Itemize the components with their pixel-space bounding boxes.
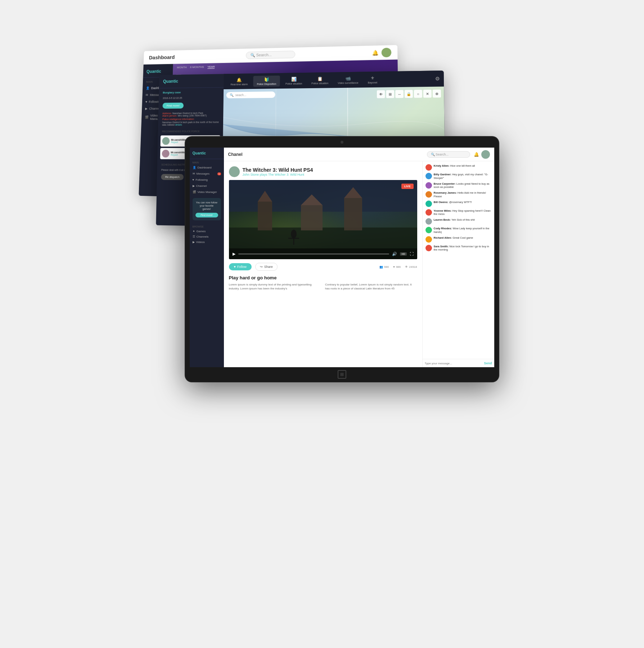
- vs-find-button[interactable]: Find more!: [162, 103, 184, 109]
- bell-icon[interactable]: 🔔: [372, 50, 378, 55]
- vs-brand: Quantic: [159, 74, 224, 88]
- video-player[interactable]: LIVE ▶ 🔊 HD ⛶: [229, 180, 417, 259]
- fullscreen-icon[interactable]: ⛶: [410, 252, 414, 256]
- video-manager-icon: 🎬: [193, 190, 196, 194]
- chat-avatar: [425, 191, 432, 198]
- user-avatar[interactable]: [381, 48, 391, 57]
- volume-icon[interactable]: 🔊: [392, 252, 397, 256]
- chat-message: Bruce Carpenter: Looks great Need to buy…: [425, 182, 491, 189]
- share-icon: ↪: [260, 265, 263, 269]
- t-sidebar-video[interactable]: 🎬 Video Manager: [190, 189, 224, 195]
- tab-bayonet[interactable]: ⚜ Bayonet: [364, 74, 381, 85]
- header-search[interactable]: 🔍 Search...: [427, 151, 470, 158]
- play-icon[interactable]: ▶: [233, 252, 235, 256]
- tablet-bezel-top: [185, 137, 499, 148]
- chat-message: Yvonne Miles: Hey Stop spaming here!!! C…: [425, 209, 491, 216]
- gear-icon[interactable]: ⚙: [435, 76, 440, 81]
- grid-control[interactable]: ⊞: [386, 90, 394, 98]
- tab-video[interactable]: 📹 Video surveillance: [334, 74, 362, 86]
- bell-icon[interactable]: 🔔: [474, 152, 479, 157]
- chat-message: Bill Owens: @rosemary WTF?!: [425, 201, 491, 207]
- svg-rect-8: [229, 180, 417, 212]
- situation2-icon: 📋: [317, 76, 323, 81]
- dashboard-title: Dashboard: [149, 54, 175, 60]
- home-button[interactable]: ⊞: [338, 370, 346, 379]
- send-button[interactable]: Send: [484, 361, 492, 365]
- video-icon: 🎬: [145, 116, 148, 119]
- dashboard-header-icons: 🔔: [372, 48, 391, 57]
- progress-bar[interactable]: [238, 253, 389, 255]
- follow-button[interactable]: ♥ Follow: [229, 263, 252, 270]
- close-control[interactable]: ✕: [423, 90, 431, 98]
- find-more-button[interactable]: Find more!: [195, 213, 218, 217]
- t-browse-channels[interactable]: ☰ Channels: [190, 234, 224, 239]
- search-icon: 🔍: [230, 93, 234, 97]
- chat-message: Cody Rhodes: Wow Lady keep yourself in t…: [425, 227, 491, 234]
- vs-burglary-label: Burglary case: [158, 87, 223, 95]
- chat-input[interactable]: [425, 362, 482, 365]
- stream-feed: The Witcher 3: Wild Hunt PS4 John Stone …: [224, 161, 422, 367]
- stream-actions: ♥ Follow ↪ Share 👥 986: [229, 263, 417, 271]
- user-avatar[interactable]: [481, 150, 490, 159]
- eye-control[interactable]: 👁: [377, 90, 385, 98]
- chat-avatar: [425, 245, 432, 251]
- messages-badge: 1: [217, 172, 221, 175]
- map-search[interactable]: 🔍 seach...: [226, 91, 275, 98]
- tab-situation1[interactable]: 📊 Police situation: [282, 75, 306, 86]
- situation1-icon: 📊: [291, 77, 296, 82]
- t-sidebar-following[interactable]: ♥ Following: [190, 177, 224, 183]
- games-icon: ✦: [193, 230, 195, 233]
- tab-disposition[interactable]: 🔰 Police Disposition: [253, 75, 280, 86]
- hd-badge: HD: [400, 252, 406, 256]
- tablet-camera: [341, 141, 343, 144]
- scheduling-topbar: 🔔 Real-time alarm 🔰 Police Disposition 📊…: [224, 71, 444, 89]
- stream-subtitle: John Stone plays The Witcher 3: Wild Hun…: [243, 173, 313, 176]
- share-button[interactable]: ↪ Share: [255, 263, 278, 271]
- chat-avatar: [425, 209, 432, 216]
- chat-message: Billy Gardner: Hey guys, visit my chanel…: [425, 173, 491, 180]
- tablet-content: The Witcher 3: Wild Hunt PS4 John Stone …: [224, 161, 494, 367]
- disposition-icon: 🔰: [264, 77, 269, 82]
- tab-situation2[interactable]: 📋 Police situation: [308, 75, 332, 86]
- chat-message: Rosemary James: Hello Add me in friends!…: [425, 191, 491, 198]
- heart-icon: ♥: [234, 265, 236, 269]
- dashboard-search[interactable]: 🔍 Search...: [246, 51, 295, 59]
- t-sidebar-channel[interactable]: ▶ Channel: [190, 183, 224, 189]
- t-sidebar-messages[interactable]: ✉ Messages 1: [190, 171, 224, 177]
- tablet-header: Chanel 🔍 Search... 🔔: [224, 148, 494, 161]
- channel-icon: ▶: [193, 184, 195, 188]
- chat-avatar: [425, 236, 432, 243]
- promo-box: You can now follow your favorite games! …: [193, 198, 221, 220]
- following-icon: ♥: [145, 100, 147, 104]
- dashboard-icon: 👤: [146, 86, 149, 90]
- tablet-main: Chanel 🔍 Search... 🔔: [224, 148, 494, 367]
- details-link[interactable]: details: [175, 123, 182, 126]
- tab-realtime[interactable]: 🔔 Real-time alarm: [227, 76, 251, 87]
- svg-rect-10: [258, 202, 272, 230]
- t-browse-videos[interactable]: ▶ Videos: [190, 239, 224, 245]
- expand-control[interactable]: ↔: [395, 90, 404, 98]
- windows-icon: ⊞: [340, 372, 344, 377]
- channel-title: Chanel: [228, 152, 243, 157]
- scene-container: Dashboard 🔍 Search... 🔔 Quantic Main 👤 D…: [124, 36, 520, 612]
- chat-message: Lauren Beck: Yeh Sick of this shit: [425, 218, 491, 225]
- chat-avatar: [425, 227, 432, 233]
- t-sidebar-dashboard[interactable]: 👤 Dashboard: [190, 165, 224, 171]
- circle-control[interactable]: ○: [414, 90, 422, 98]
- chat-avatar: [425, 218, 432, 225]
- plus-control[interactable]: ⊕: [432, 90, 441, 98]
- chat-avatar: [425, 164, 432, 171]
- streamer-avatar: [229, 166, 240, 177]
- channels-icon: ☰: [193, 235, 195, 238]
- t-browse-games[interactable]: ✦ Games: [190, 229, 224, 234]
- svg-rect-14: [344, 198, 362, 230]
- chat-message: Sara Smith: Nice lock Tomorrow I go to b…: [425, 245, 491, 252]
- redispatch-button[interactable]: Re dispatch: [161, 174, 184, 180]
- video-surv-icon: 📹: [345, 76, 351, 81]
- lock-control[interactable]: 🔒: [404, 90, 413, 98]
- officer-avatar: [162, 150, 169, 157]
- chat-avatar: [425, 173, 432, 179]
- chat-avatar: [425, 201, 432, 207]
- description-columns: Lorem ipsum is simply dummy text of the …: [229, 283, 417, 291]
- officer-avatar: [162, 137, 170, 145]
